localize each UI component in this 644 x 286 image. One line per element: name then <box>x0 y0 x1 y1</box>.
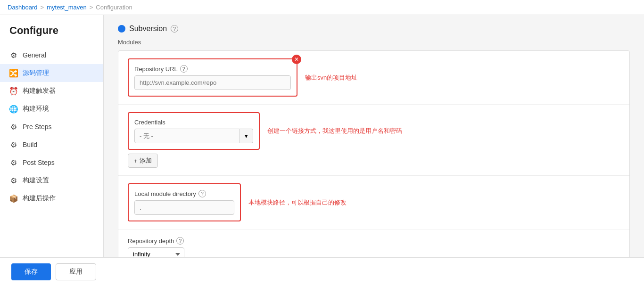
repository-depth-select[interactable]: infinity immediates files empty <box>128 247 184 257</box>
subversion-dot <box>118 25 125 33</box>
repository-url-annotation: 输出svn的项目地址 <box>305 74 357 82</box>
local-module-group: Local module directory ? 本地模块路径，可以根据自己的修… <box>118 176 629 229</box>
sidebar-item-poststeps[interactable]: ⚙ Post Steps <box>0 154 103 172</box>
repository-depth-help-icon[interactable]: ? <box>176 237 184 245</box>
form-card: ✕ Repository URL ? 输出svn的项目地址 <box>118 50 630 257</box>
sidebar-item-buildsettings[interactable]: ⚙ 构建设置 <box>0 172 103 189</box>
credentials-highlighted: Credentials ▾ <box>128 112 260 150</box>
sidebar-title: Configure <box>0 25 103 46</box>
source-icon: 🔀 <box>9 69 18 77</box>
repository-url-help-icon[interactable]: ? <box>180 65 188 73</box>
repository-url-input[interactable] <box>134 75 291 90</box>
credentials-row: Credentials ▾ 创建一个链接方式，我这里使用的是用户名和密码 <box>128 112 620 150</box>
add-btn-label: 添加 <box>140 156 152 165</box>
chevron-down-icon: ▾ <box>245 132 248 139</box>
local-module-input[interactable] <box>134 200 234 215</box>
modules-label: Modules <box>118 39 630 46</box>
local-module-help-icon[interactable]: ? <box>198 190 206 197</box>
plus-icon: + <box>134 157 138 164</box>
credentials-input[interactable] <box>134 129 240 143</box>
repository-url-highlighted: ✕ Repository URL ? <box>128 58 297 97</box>
sidebar-label-build: Build <box>23 141 37 148</box>
credentials-group: Credentials ▾ 创建一个链接方式，我这里使用的是用户名和密码 <box>118 105 629 175</box>
breadcrumb-sep1: > <box>41 4 44 11</box>
trigger-icon: ⏰ <box>9 87 18 95</box>
apply-button[interactable]: 应用 <box>56 263 96 280</box>
postbuild-icon: 📦 <box>9 194 18 203</box>
sidebar-label-source: 源码管理 <box>23 69 49 77</box>
breadcrumb-project[interactable]: mytest_maven <box>47 4 87 11</box>
settings-icon: ⚙ <box>9 176 18 185</box>
sidebar-label-trigger: 构建触发器 <box>23 87 56 95</box>
build-icon: ⚙ <box>9 140 18 149</box>
sidebar-item-source[interactable]: 🔀 源码管理 <box>0 64 103 82</box>
sidebar-label-presteps: Pre Steps <box>23 123 51 131</box>
breadcrumb-dashboard[interactable]: Dashboard <box>8 4 38 11</box>
subversion-title: Subversion <box>129 25 167 33</box>
credentials-annotation: 创建一个链接方式，我这里使用的是用户名和密码 <box>267 127 402 135</box>
credentials-dropdown-btn[interactable]: ▾ <box>240 129 253 143</box>
sidebar-item-postbuild[interactable]: 📦 构建后操作 <box>0 189 103 207</box>
sidebar-item-presteps[interactable]: ⚙ Pre Steps <box>0 118 103 136</box>
sidebar-label-poststeps: Post Steps <box>23 159 55 166</box>
subversion-help-icon[interactable]: ? <box>171 25 178 33</box>
sidebar-item-env[interactable]: 🌐 构建环境 <box>0 100 103 118</box>
env-icon: 🌐 <box>9 105 18 113</box>
poststeps-icon: ⚙ <box>9 158 18 167</box>
sidebar-label-general: General <box>23 51 46 59</box>
repository-url-group: ✕ Repository URL ? 输出svn的项目地址 <box>118 51 629 104</box>
sidebar-item-trigger[interactable]: ⏰ 构建触发器 <box>0 82 103 100</box>
repository-url-label: Repository URL ? <box>134 65 291 73</box>
breadcrumb-sep2: > <box>90 4 93 11</box>
credentials-add-btn[interactable]: + 添加 <box>128 154 158 168</box>
repository-depth-section: Repository depth ? infinity immediates f… <box>118 229 629 257</box>
repository-url-delete-btn[interactable]: ✕ <box>292 55 301 64</box>
breadcrumb-page: Configuration <box>96 4 132 11</box>
save-button[interactable]: 保存 <box>11 263 51 280</box>
credentials-dropdown-container: ▾ <box>134 129 253 143</box>
local-module-label: Local module directory ? <box>134 190 234 197</box>
repository-depth-label: Repository depth ? <box>128 237 620 245</box>
repository-url-row: ✕ Repository URL ? 输出svn的项目地址 <box>128 58 620 97</box>
sidebar-item-build[interactable]: ⚙ Build <box>0 136 103 154</box>
sidebar-label-env: 构建环境 <box>23 105 49 113</box>
presteps-icon: ⚙ <box>9 123 18 131</box>
local-module-row: Local module directory ? 本地模块路径，可以根据自己的修… <box>128 183 620 221</box>
local-module-annotation: 本地模块路径，可以根据自己的修改 <box>248 198 347 207</box>
gear-icon: ⚙ <box>9 51 18 59</box>
credentials-label: Credentials <box>134 119 253 126</box>
sidebar-label-postbuild: 构建后操作 <box>23 194 56 203</box>
breadcrumb: Dashboard > mytest_maven > Configuration <box>0 0 644 15</box>
subversion-header: Subversion ? <box>118 25 630 33</box>
sidebar-label-buildsettings: 构建设置 <box>23 176 49 185</box>
content-area: Subversion ? Modules ✕ Repository URL ? <box>104 15 644 257</box>
local-module-highlighted: Local module directory ? <box>128 183 241 221</box>
sidebar: Configure ⚙ General 🔀 源码管理 ⏰ 构建触发器 🌐 构建环… <box>0 15 104 257</box>
sidebar-item-general[interactable]: ⚙ General <box>0 46 103 64</box>
footer: 保存 应用 <box>0 257 644 286</box>
